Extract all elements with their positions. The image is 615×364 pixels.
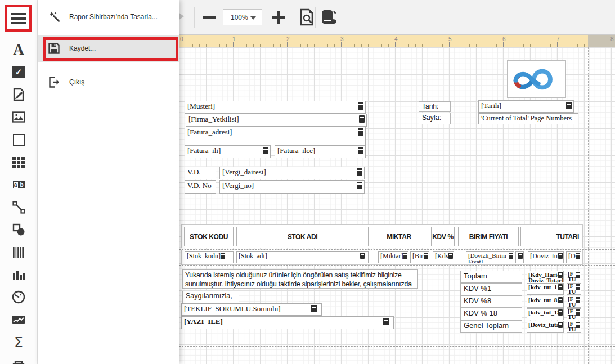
tool-gauge[interactable]	[7, 286, 30, 308]
cell-doviz-tutar[interactable]: [Doviz_tuta	[528, 251, 564, 263]
tool-text-in-cells[interactable]: ab	[7, 173, 30, 196]
tool-sum[interactable]: Σ	[7, 331, 30, 353]
horizontal-ruler: 0 1 2 3 4 5 6 7 8	[179, 34, 615, 47]
field-vergi-no[interactable]: [Vergi_no]	[219, 180, 365, 194]
total-value[interactable]: [Kdv_Hariç Doviz_Tutar]	[527, 271, 564, 282]
footer-regards[interactable]: Saygılarımızla,	[182, 291, 239, 303]
minus-icon	[203, 16, 216, 19]
data-field-icon	[263, 147, 268, 154]
tool-barcode[interactable]	[7, 241, 30, 263]
table-grid-icon	[12, 157, 25, 168]
data-field-icon	[558, 253, 563, 259]
data-field-icon	[558, 309, 563, 316]
field-fatura-ili[interactable]: [Fatura_ili]	[185, 145, 271, 158]
tool-shape[interactable]	[7, 218, 30, 241]
exit-icon	[48, 76, 60, 88]
field-teklif-sorumlu[interactable]: [TEKLIF_SORUMLU.Sorumlu]	[181, 303, 322, 316]
col-tutari[interactable]: TUTARI	[520, 227, 582, 246]
tool-text[interactable]: A	[7, 38, 30, 61]
zoom-in-button[interactable]	[267, 5, 290, 29]
sparkline-icon	[12, 316, 25, 324]
gauge-icon	[12, 290, 25, 304]
line-icon	[12, 201, 25, 214]
tool-clone[interactable]	[7, 354, 30, 364]
clipboard-icon	[12, 360, 25, 364]
total-unit[interactable]: [F TU	[567, 321, 581, 333]
ruler-tick-label: 3	[340, 36, 344, 42]
label-tarih[interactable]: Tarih:	[419, 101, 451, 112]
script-button[interactable]	[317, 5, 341, 29]
total-label[interactable]: Genel Toplam	[460, 320, 522, 333]
field-page-numbers[interactable]: 'Current of Total' Page Numbers	[478, 113, 578, 124]
menu-item-report-wizard[interactable]: Rapor Sihirbazı'nda Tasarla...	[38, 3, 179, 30]
sigma-icon: Σ	[14, 334, 23, 350]
tool-richtext[interactable]	[7, 83, 30, 106]
tool-image[interactable]	[7, 106, 30, 128]
total-unit[interactable]: [F TU	[567, 308, 581, 320]
col-stok-adi[interactable]: STOK ADI	[236, 227, 369, 246]
cell-miktar[interactable]: [Miktar]	[378, 251, 408, 263]
total-label[interactable]: Toplam	[460, 271, 522, 283]
data-field-icon	[558, 297, 563, 303]
script-scroll-icon	[320, 8, 338, 25]
col-birim-fiyati[interactable]: BIRIM FIYATI	[458, 227, 519, 246]
total-value[interactable]: [Doviz_tuta	[527, 321, 564, 333]
cell-d1[interactable]: [D	[515, 251, 524, 263]
total-unit[interactable]: [F TU	[567, 271, 581, 282]
menu-item-exit[interactable]: Çıkış	[38, 69, 179, 96]
zoom-out-button[interactable]	[198, 5, 219, 29]
ruler-tick-label: 1	[232, 36, 236, 42]
field-yazi-ile[interactable]: [YAZI_ILE]	[181, 316, 394, 329]
preview-button[interactable]	[296, 5, 317, 29]
cell-stok-adi[interactable]: [Stok_adi]	[236, 251, 369, 263]
field-vergi-dairesi[interactable]: [Vergi_dairesi]	[219, 167, 365, 179]
field-musteri[interactable]: [Musteri]	[185, 101, 366, 114]
label-sayfa[interactable]: Sayfa:	[419, 113, 451, 124]
data-field-icon	[576, 272, 580, 278]
footer-message[interactable]: Yukarıda istemiş olduğunuz ürünler için …	[182, 269, 418, 289]
cell-dovizli-birim-fiyat[interactable]: [Dovizli_Birim Fiyat]	[466, 251, 514, 263]
col-stok-kodu[interactable]: STOK KODU	[184, 227, 234, 246]
rectangle-icon	[13, 134, 25, 146]
total-label[interactable]: KDV %1	[460, 283, 522, 295]
tool-rectangle[interactable]	[7, 128, 30, 151]
barcode-icon	[12, 246, 25, 258]
col-kdv[interactable]: KDV %	[431, 227, 455, 246]
total-unit[interactable]: [F TU	[567, 296, 581, 308]
cell-kdv[interactable]: [Kdv]	[433, 251, 454, 263]
cell-birim[interactable]: [Biri	[410, 251, 429, 263]
zoom-level-select[interactable]: 100%	[223, 9, 262, 25]
tool-checkbox[interactable]: ✓	[7, 61, 30, 83]
total-label[interactable]: KDV %8	[460, 295, 522, 308]
hamburger-annotation-box	[5, 5, 32, 32]
tool-line[interactable]	[7, 196, 30, 218]
total-value[interactable]: [kdv_tut_18	[527, 308, 564, 320]
data-field-icon	[566, 102, 572, 109]
label-vd-no[interactable]: V.D. No	[185, 180, 216, 194]
total-unit[interactable]: [F TU	[567, 283, 581, 295]
label-vd[interactable]: V.D.	[185, 167, 216, 179]
ruler-tick-label: 2	[286, 36, 290, 42]
data-field-icon	[448, 253, 453, 259]
menu-item-label: Rapor Sihirbazı'nda Tasarla...	[69, 13, 158, 21]
total-value[interactable]: [kdv_tut_8	[527, 296, 564, 308]
data-field-icon	[576, 253, 580, 259]
field-fatura-ilce[interactable]: [Fatura_ilce]	[275, 145, 366, 158]
field-firma-yetkilisi[interactable]: [Firma_Yetkilisi]	[186, 114, 367, 127]
data-field-icon	[358, 102, 363, 110]
data-field-icon	[358, 147, 363, 154]
cell-d2[interactable]: [D	[566, 251, 581, 263]
report-designer-app: { "colors": { "annotation_red": "#de2127…	[0, 0, 615, 364]
tool-chart[interactable]	[7, 263, 30, 286]
field-fatura-adresi[interactable]: [Fatura_adresi]	[185, 127, 366, 145]
field-tarih[interactable]: [Tarih]	[478, 100, 574, 113]
total-value[interactable]: [kdv_tut_1	[527, 283, 564, 295]
tool-sparkline[interactable]	[7, 308, 30, 331]
total-label[interactable]: KDV % 18	[460, 308, 522, 320]
text-tool-icon: A	[13, 41, 24, 59]
col-miktar[interactable]: MIKTAR	[370, 227, 428, 246]
hamburger-menu-button[interactable]	[7, 7, 29, 29]
cell-stok-kodu[interactable]: [Stok_kodu]	[185, 251, 234, 263]
logo-image[interactable]	[507, 60, 566, 98]
tool-table[interactable]	[7, 151, 30, 173]
